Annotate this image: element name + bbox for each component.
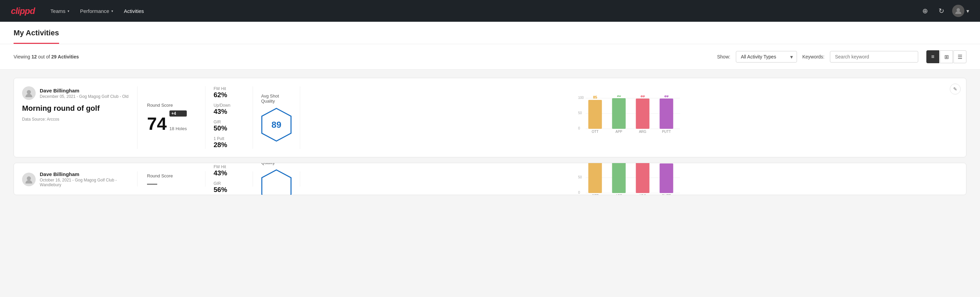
avatar: [952, 5, 964, 17]
card-left-2: Dave Billingham October 16, 2021 - Gog M…: [22, 171, 137, 187]
navbar: clippd Teams ▾ Performance ▾ Activities …: [0, 0, 980, 22]
score-dash-2: [147, 184, 157, 185]
hexagon-container-1: 89: [261, 108, 292, 142]
svg-rect-34: [589, 163, 602, 193]
stat-gir-value-2: 56%: [213, 186, 245, 194]
view-toggle-list[interactable]: ☰: [953, 50, 966, 63]
quality-section-1: Avg Shot Quality 89: [253, 86, 300, 149]
nav-performance-chevron: ▾: [111, 9, 113, 13]
nav-teams-label: Teams: [51, 8, 65, 14]
score-number-1: 74: [147, 115, 167, 133]
user-name-1: Dave Billingham: [40, 88, 128, 93]
stat-gir-value-1: 50%: [213, 125, 245, 132]
chart-section-1: ✎ 100 50 0 85 O: [300, 86, 958, 149]
refresh-icon[interactable]: ↻: [936, 5, 947, 16]
svg-text:0: 0: [578, 191, 580, 194]
svg-rect-42: [636, 163, 650, 193]
stats-section-1: FW Hit 62% Up/Down 43% GIR 50% 1 Putt 28…: [205, 86, 253, 149]
quality-label-2: Avg Shot Quality: [261, 163, 292, 165]
svg-text:89: 89: [640, 96, 644, 98]
stat-fw-hit-2: FW Hit 43%: [213, 164, 245, 177]
stat-updown-label-1: Up/Down: [213, 103, 245, 108]
viewing-count: 12: [32, 54, 37, 59]
bar-chart-1: 100 50 0 85 OTT: [308, 96, 950, 133]
svg-text:OTT: OTT: [592, 194, 599, 195]
user-date-1: December 05, 2021 - Gog Magog Golf Club …: [40, 94, 128, 99]
page-header: My Activities: [0, 22, 980, 44]
user-menu-button[interactable]: ▾: [952, 5, 969, 17]
stat-fw-hit-label-1: FW Hit: [213, 86, 245, 91]
data-source-1: Data Source: Arccos: [22, 117, 129, 121]
round-score-section-2: Round Score: [137, 171, 205, 187]
user-avatar-1: [22, 86, 36, 100]
activity-type-select-wrapper[interactable]: All Activity Types: [736, 51, 797, 62]
nav-right: ⊕ ↻ ▾: [920, 5, 969, 17]
svg-text:ARG: ARG: [639, 194, 646, 195]
filter-bar: Viewing 12 out of 29 Activities Show: Al…: [0, 44, 980, 70]
svg-text:50: 50: [578, 176, 582, 179]
score-display-1: 74 +4 18 Holes: [147, 110, 196, 133]
show-label: Show:: [717, 54, 730, 59]
nav-item-activities[interactable]: Activities: [119, 5, 149, 17]
stat-fw-hit-1: FW Hit 62%: [213, 86, 245, 99]
activity-card-wrapper-2: Dave Billingham October 16, 2021 - Gog M…: [14, 163, 966, 195]
svg-marker-26: [262, 170, 291, 195]
hexagon-2: [261, 169, 292, 195]
activity-type-select[interactable]: All Activity Types: [736, 51, 797, 62]
card-left-1: Dave Billingham December 05, 2021 - Gog …: [22, 86, 137, 149]
svg-text:50: 50: [578, 111, 582, 115]
user-info-2: Dave Billingham October 16, 2021 - Gog M…: [22, 171, 129, 187]
chart-area-1: 100 50 0 85 OTT: [308, 96, 950, 140]
activity-card-1: Dave Billingham December 05, 2021 - Gog …: [14, 78, 966, 157]
stat-gir-label-2: GIR: [213, 181, 245, 186]
nav-item-performance[interactable]: Performance ▾: [75, 5, 118, 17]
svg-point-25: [27, 176, 31, 180]
stat-gir-label-1: GIR: [213, 120, 245, 125]
nav-items: Teams ▾ Performance ▾ Activities: [46, 5, 909, 17]
view-toggle-grid[interactable]: ⊞: [940, 50, 953, 63]
keywords-label: Keywords:: [802, 54, 824, 59]
round-score-label-2: Round Score: [147, 173, 196, 179]
svg-rect-14: [612, 98, 626, 129]
nav-item-teams[interactable]: Teams ▾: [46, 5, 74, 17]
svg-rect-22: [660, 99, 673, 129]
quality-label-1: Avg Shot Quality: [261, 93, 292, 104]
nav-activities-label: Activities: [124, 8, 144, 14]
svg-text:PUTT: PUTT: [662, 194, 671, 195]
activity-title-1: Morning round of golf: [22, 104, 129, 113]
user-avatar-2: [22, 172, 36, 186]
stat-1putt-label-1: 1 Putt: [213, 136, 245, 141]
user-details-2: Dave Billingham October 16, 2021 - Gog M…: [40, 171, 129, 187]
stat-fw-hit-value-2: 43%: [213, 169, 245, 177]
hexagon-container-2: [261, 169, 292, 195]
edit-button-1[interactable]: ✎: [950, 84, 961, 94]
score-badge-1: +4: [169, 110, 187, 117]
svg-rect-10: [589, 100, 602, 129]
chart-section-2: 100 50 0 94 OTT 93: [300, 171, 958, 187]
page-title: My Activities: [14, 22, 59, 44]
quality-section-2: Avg Shot Quality: [253, 171, 300, 187]
stat-gir-1: GIR 50%: [213, 120, 245, 132]
svg-text:89: 89: [664, 96, 668, 98]
viewing-total: 29: [51, 54, 57, 59]
view-toggle-compact[interactable]: ≡: [926, 50, 939, 63]
add-icon[interactable]: ⊕: [920, 5, 931, 16]
search-input[interactable]: [830, 51, 918, 62]
stat-gir-2: GIR 56%: [213, 181, 245, 194]
hexagon-value-1: 89: [272, 120, 282, 130]
svg-rect-18: [636, 99, 650, 129]
svg-point-0: [956, 8, 960, 11]
user-name-2: Dave Billingham: [40, 171, 129, 177]
viewing-middle: out of: [38, 54, 50, 59]
nav-performance-label: Performance: [80, 8, 109, 14]
svg-text:APP: APP: [615, 130, 622, 133]
hexagon-1: 89: [261, 108, 292, 142]
activity-card-wrapper-1: Dave Billingham December 05, 2021 - Gog …: [14, 78, 966, 157]
round-score-label-1: Round Score: [147, 103, 196, 108]
svg-point-1: [27, 90, 31, 94]
logo[interactable]: clippd: [11, 6, 35, 16]
score-right-1: +4 18 Holes: [169, 110, 187, 133]
svg-text:PUTT: PUTT: [662, 130, 671, 133]
svg-rect-46: [660, 163, 673, 193]
svg-text:100: 100: [578, 163, 584, 164]
